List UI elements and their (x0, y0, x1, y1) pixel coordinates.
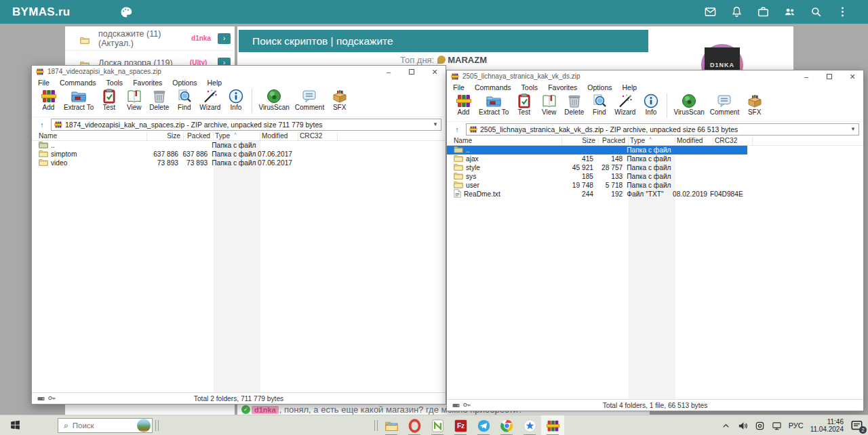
search-icon[interactable] (810, 5, 823, 18)
minimize-button[interactable]: – (802, 72, 810, 81)
start-button[interactable] (0, 415, 30, 435)
maximize-button[interactable] (408, 67, 416, 77)
action-center-icon[interactable]: 2 (850, 419, 864, 432)
toolbar-button-comment[interactable]: Comment (292, 87, 327, 111)
close-button[interactable]: ✕ (431, 67, 439, 77)
people-icon[interactable] (783, 5, 796, 18)
up-directory-button[interactable]: ↑ (448, 125, 466, 133)
maximize-button[interactable] (825, 72, 833, 81)
file-row[interactable]: sys185133Папка с файлами (447, 172, 747, 181)
menu-item-favorites[interactable]: Favorites (133, 79, 162, 87)
sidebar-topic-row[interactable]: подскажите (11) (Актуал.)d1nka› (65, 26, 235, 51)
palette-icon[interactable] (119, 5, 133, 19)
column-header-modified[interactable]: Modified (675, 137, 713, 145)
toolbar-button-sfx[interactable]: SFX (327, 87, 352, 111)
column-header-name[interactable]: Name (452, 137, 562, 145)
file-row[interactable]: ..Папка с файлами (32, 141, 332, 150)
toolbar-button-view[interactable]: View (121, 87, 146, 111)
toolbar-button-delete[interactable]: Delete (146, 87, 172, 111)
network-icon[interactable] (772, 421, 782, 431)
column-header-type[interactable]: Type˄ (629, 137, 675, 145)
toolbar-button-extract[interactable]: Extract To (476, 92, 511, 116)
menu-item-favorites[interactable]: Favorites (548, 83, 577, 91)
menu-item-file[interactable]: File (38, 79, 50, 87)
file-row[interactable]: style45 92128 757Папка с файлами (447, 163, 747, 172)
site-brand[interactable]: BYMAS.ru (12, 5, 71, 19)
clock[interactable]: 11:46 11.04.2024 (810, 418, 844, 433)
tray-app-icon[interactable] (755, 421, 765, 431)
toolbar-button-virus[interactable]: VirusScan (671, 92, 707, 116)
close-button[interactable]: ✕ (848, 72, 856, 81)
search-input[interactable] (73, 421, 137, 430)
up-directory-button[interactable]: ↑ (33, 121, 51, 129)
menu-item-options[interactable]: Options (587, 83, 612, 91)
toolbar-button-test[interactable]: Test (511, 92, 536, 116)
file-row[interactable]: ..Папка с файлами (447, 146, 747, 154)
file-crc: F04D984E (709, 190, 747, 198)
toolbar-button-sfx[interactable]: SFX (742, 92, 767, 116)
taskbar-app-notepadpp[interactable] (426, 415, 449, 435)
archive-path-combobox[interactable]: 1874_videozapisi_kak_na_spaces.zip - ZIP… (51, 119, 441, 131)
volume-icon[interactable] (738, 421, 748, 431)
menu-item-tools[interactable]: Tools (521, 83, 538, 91)
file-row[interactable]: video73 89373 893Папка с файлами07.06.20… (32, 159, 332, 167)
column-header-packed[interactable]: Packed (184, 132, 214, 140)
menu-item-options[interactable]: Options (172, 79, 197, 87)
taskbar-app-explorer[interactable] (380, 415, 403, 435)
briefcase-icon[interactable] (757, 5, 770, 18)
toolbar-button-view[interactable]: View (536, 92, 561, 116)
menu-item-help[interactable]: Help (208, 79, 222, 87)
column-header-packed[interactable]: Packed (599, 137, 629, 145)
column-header-size[interactable]: Size (562, 137, 599, 145)
taskbar-app-filezilla[interactable]: Fz (449, 415, 472, 435)
minimize-button[interactable]: – (384, 67, 393, 77)
top-of-day-user[interactable]: MARAZM (448, 55, 487, 65)
taskbar-app-winrar[interactable] (541, 415, 564, 435)
taskbar-search[interactable]: ⌕ (58, 418, 153, 433)
file-row[interactable]: ajax415148Папка с файлами (447, 154, 747, 163)
toolbar-button-test[interactable]: Test (96, 87, 121, 111)
toolbar-button-add[interactable]: Add (36, 87, 61, 111)
file-modified: 07.06.2017 20:45 (256, 159, 294, 167)
chat-username[interactable]: d1nka (252, 406, 279, 414)
tray-chevron-icon[interactable] (721, 421, 731, 431)
topic-last-user[interactable]: d1nka (191, 35, 211, 42)
search-highlight-image[interactable] (137, 419, 151, 432)
column-header-crc32[interactable]: CRC32 (298, 132, 338, 140)
taskbar-app-chrome[interactable] (495, 415, 518, 435)
column-header-size[interactable]: Size (147, 132, 184, 140)
topic-go-button[interactable]: › (218, 33, 231, 44)
language-indicator[interactable]: РУС (789, 421, 804, 430)
taskbar-app-telegram[interactable] (472, 415, 495, 435)
kebab-menu-icon[interactable] (836, 5, 849, 18)
toolbar-button-virus[interactable]: VirusScan (256, 87, 292, 111)
toolbar-button-extract[interactable]: Extract To (61, 87, 96, 111)
menu-item-file[interactable]: File (453, 83, 465, 91)
toolbar-button-add[interactable]: Add (451, 92, 476, 116)
toolbar-button-find[interactable]: Find (172, 87, 197, 111)
toolbar-button-info[interactable]: Info (223, 87, 248, 111)
menu-item-help[interactable]: Help (623, 83, 637, 91)
menu-item-tools[interactable]: Tools (106, 79, 123, 87)
toolbar-button-wizard[interactable]: Wizard (197, 87, 223, 111)
column-header-type[interactable]: Type˄ (214, 132, 260, 140)
toolbar-button-comment[interactable]: Comment (707, 92, 742, 116)
column-header-name[interactable]: Name (37, 132, 147, 140)
taskbar-app-star-app[interactable] (518, 415, 541, 435)
mail-icon[interactable] (704, 5, 717, 18)
toolbar-button-wizard[interactable]: Wizard (612, 92, 638, 116)
bell-icon[interactable] (730, 5, 743, 18)
file-row[interactable]: ReaDme.txt244192Файл "TXT"08.02.2019 23:… (447, 190, 747, 199)
toolbar-button-info[interactable]: Info (638, 92, 663, 116)
toolbar-button-delete[interactable]: Delete (561, 92, 587, 116)
toolbar-button-find[interactable]: Find (587, 92, 612, 116)
dropdown-chevron-icon[interactable]: ▼ (433, 121, 438, 127)
menu-item-commands[interactable]: Commands (60, 79, 96, 87)
archive-path-combobox[interactable]: 2505_lichnaya_stranica_kak_vk_ds.zip - Z… (466, 123, 859, 136)
column-header-modified[interactable]: Modified (260, 132, 298, 140)
taskbar-app-opera[interactable] (403, 415, 426, 435)
dropdown-chevron-icon[interactable]: ▼ (850, 126, 856, 132)
file-row[interactable]: simptom637 886637 886Папка с файлами07.0… (32, 150, 332, 159)
menu-item-commands[interactable]: Commands (475, 83, 511, 91)
column-header-crc32[interactable]: CRC32 (713, 137, 753, 145)
